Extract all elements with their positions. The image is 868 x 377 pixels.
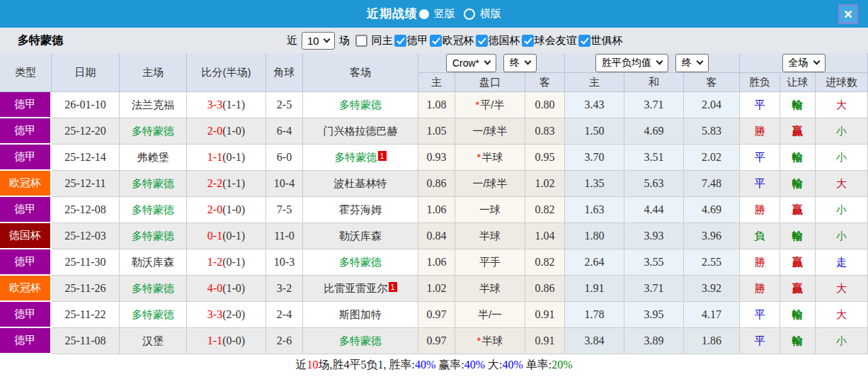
goals-outcome: 大: [816, 92, 868, 118]
checkbox-icon[interactable]: [476, 35, 488, 47]
checkbox-icon[interactable]: [394, 35, 406, 47]
away-odds: 1.04: [525, 223, 565, 249]
home-team: 多特蒙德: [120, 171, 187, 197]
sub-header-handicap-result: 让球: [780, 73, 816, 92]
away-team-name: 比雷亚雷亚尔: [324, 282, 388, 294]
same-home-filter[interactable]: 同主: [350, 34, 393, 47]
home-team-name: 勒沃库森: [132, 256, 174, 268]
mean-home-odds: 1.91: [565, 276, 624, 302]
league-filter-label: 德甲: [407, 34, 428, 47]
checkbox-icon[interactable]: [578, 35, 590, 47]
mean-home-odds: 1.78: [565, 302, 624, 328]
mean-draw-odds: 5.63: [624, 171, 684, 197]
home-team: 汉堡: [120, 328, 187, 354]
away-odds: 0.83: [525, 118, 565, 145]
odds-source-select[interactable]: Crow*: [446, 54, 496, 72]
handicap-outcome-value: 輸: [792, 151, 803, 163]
mean-type-select[interactable]: 胜平负均值: [595, 54, 668, 72]
handicap: 半球: [455, 223, 525, 249]
home-odds: 1.06: [418, 249, 455, 276]
odds-stage-select[interactable]: 终: [503, 54, 537, 72]
radio-horizontal-label[interactable]: 横版: [480, 7, 501, 21]
corners: 10-4: [266, 171, 303, 197]
result-outcome-value: 勝: [755, 203, 765, 215]
match-row: 欧冠杯25-11-26多特蒙德4-0(1-0)3-2比雷亚雷亚尔11.02半球0…: [0, 276, 868, 302]
scope-group-header: 全场: [740, 53, 868, 73]
radio-horizontal-icon[interactable]: [464, 9, 475, 20]
league-badge: 德甲: [0, 92, 50, 117]
league-badge: 德甲: [0, 145, 50, 169]
note-badge: 1: [389, 282, 397, 292]
match-row: 德国杯25-12-03多特蒙德0-1(0-1)11-0勒沃库森0.84半球1.0…: [0, 223, 868, 249]
chevron-down-icon: [697, 58, 704, 65]
league-filter[interactable]: 德国杯: [474, 34, 520, 47]
scope-select[interactable]: 全场: [782, 54, 826, 72]
corners: 7-5: [266, 197, 303, 223]
result-outcome-value: 勝: [755, 256, 765, 268]
goals-outcome: 小: [816, 223, 868, 249]
league-cell: 欧冠杯: [0, 171, 52, 197]
result-outcome: 平: [740, 145, 780, 171]
summary-segment: 近: [295, 359, 307, 371]
league-filter[interactable]: 德甲: [393, 34, 428, 47]
home-odds: 0.97: [418, 328, 455, 354]
match-row: 欧冠杯25-12-11多特蒙德2-2(1-1)10-4波杜基林特0.86一/球半…: [0, 171, 868, 197]
away-odds: 0.80: [525, 92, 565, 118]
mean-home-odds: 1.35: [565, 171, 624, 197]
handicap: 半/一: [455, 302, 525, 328]
handicap-outcome: 贏: [780, 276, 816, 302]
handicap-outcome: 贏: [780, 249, 816, 276]
filter-bar: 多特蒙德 近 10 场 同主 德甲欧冠杯德国杯球会友谊世俱杯: [0, 28, 868, 53]
away-odds: 1.02: [525, 171, 565, 197]
sub-header-odds-away: 客: [525, 73, 565, 92]
league-filter[interactable]: 球会友谊: [520, 34, 577, 47]
handicap-outcome-value: 輸: [792, 230, 803, 242]
home-odds: 1.08: [418, 92, 455, 118]
chevron-down-icon: [525, 58, 532, 65]
checkbox-icon[interactable]: [430, 35, 442, 47]
recent-count-select[interactable]: 10: [302, 32, 335, 50]
close-button[interactable]: ✕: [838, 4, 858, 24]
summary-segment: 40%: [415, 359, 435, 371]
result-outcome: 平: [740, 92, 780, 118]
league-filter[interactable]: 欧冠杯: [428, 34, 474, 47]
league-filter[interactable]: 世俱杯: [577, 34, 623, 47]
radio-vertical-label[interactable]: 竖版: [434, 7, 455, 21]
home-odds: 0.86: [418, 171, 455, 197]
result-outcome: 勝: [740, 197, 780, 223]
mean-away-odds: 3.92: [684, 276, 740, 302]
away-team-name: 多特蒙德: [339, 256, 382, 268]
mean-away-odds: 2.04: [684, 92, 740, 118]
home-team: 多特蒙德: [120, 276, 187, 302]
league-cell: 德甲: [0, 328, 52, 354]
handicap-outcome-value: 輸: [792, 177, 803, 189]
mean-draw-odds: 3.55: [624, 249, 684, 276]
mean-away-odds: 7.48: [684, 171, 740, 197]
league-badge: 德甲: [0, 249, 50, 274]
mean-away-odds: 4.17: [684, 302, 740, 328]
corners: 2-5: [266, 92, 303, 118]
sub-header-mean-home: 主: [565, 73, 624, 92]
mean-draw-odds: 3.93: [624, 223, 684, 249]
radio-vertical-selected-icon[interactable]: [419, 9, 429, 19]
handicap: 一/球半: [455, 118, 525, 145]
league-filter-label: 德国杯: [489, 34, 520, 47]
league-badge: 欧冠杯: [0, 276, 50, 300]
handicap-outcome-value: 輸: [792, 99, 803, 111]
league-cell: 德甲: [0, 249, 52, 276]
match-date: 25-12-14: [52, 145, 120, 171]
away-team: 比雷亚雷亚尔1: [303, 276, 418, 302]
home-team-name: 多特蒙德: [132, 282, 174, 294]
league-badge: 德甲: [0, 197, 50, 222]
checkbox-icon[interactable]: [522, 35, 534, 47]
corners: 6-0: [266, 145, 303, 171]
result-outcome-value: 平: [755, 177, 765, 189]
home-team: 多特蒙德: [120, 302, 187, 328]
goals-outcome: 走: [816, 249, 868, 276]
same-home-checkbox[interactable]: [355, 35, 367, 47]
league-cell: 欧冠杯: [0, 276, 52, 302]
away-team-name: 霍芬海姆: [339, 203, 382, 215]
col-header-corners: 角球: [266, 53, 303, 92]
away-odds: 0.91: [525, 328, 565, 354]
mean-stage-select[interactable]: 终: [675, 54, 709, 72]
